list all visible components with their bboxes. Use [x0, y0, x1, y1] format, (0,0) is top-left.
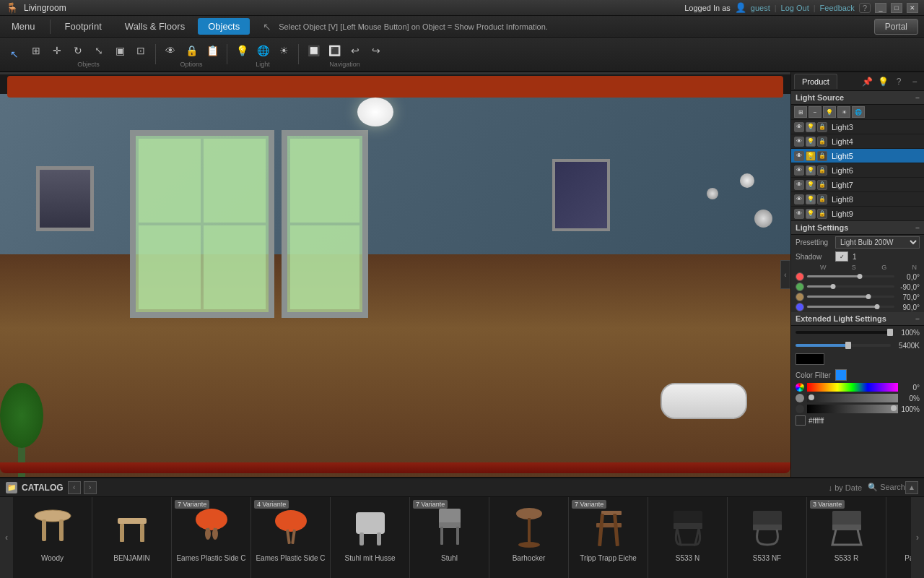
- light-btn2[interactable]: 🌐: [253, 40, 273, 61]
- hint-text: Select Object [V] [Left Mouse Button] on…: [279, 22, 548, 31]
- ls-btn4[interactable]: ☀: [837, 106, 850, 118]
- light-settings-title: Light Settings: [796, 223, 848, 232]
- panel-collapse-icon[interactable]: −: [908, 75, 921, 88]
- win-max[interactable]: □: [891, 3, 902, 13]
- feedback-link[interactable]: Feedback: [820, 4, 855, 12]
- catalog-item-s533-n[interactable]: S533 N: [648, 497, 728, 578]
- obj-move-btn[interactable]: ✛: [47, 40, 67, 61]
- light-settings-header: Light Settings −: [791, 221, 924, 235]
- catalog-fwd-btn[interactable]: ›: [84, 481, 97, 494]
- win-close[interactable]: ✕: [907, 3, 918, 13]
- catalog-item-stuhl-mit-husse[interactable]: Stuhl mit Husse: [331, 497, 410, 578]
- obj-box-btn[interactable]: ▣: [110, 40, 130, 61]
- viewport[interactable]: ‹: [0, 72, 790, 477]
- obj-rotate-btn[interactable]: ↻: [68, 40, 88, 61]
- panel-collapse-arrow[interactable]: ‹: [780, 260, 790, 289]
- light-item-light4[interactable]: 👁 💡 🔒 Light4: [791, 134, 924, 149]
- sphere-light-1: [740, 173, 754, 188]
- cf-hex-checkbox[interactable]: [796, 415, 806, 426]
- shadow-checkbox[interactable]: ✓: [835, 251, 848, 262]
- opt-btn1[interactable]: 👁: [160, 40, 180, 61]
- obj-select-btn[interactable]: ⊞: [26, 40, 46, 61]
- ls-btn3[interactable]: 💡: [823, 106, 836, 118]
- select-cursor-btn[interactable]: ↖: [4, 44, 25, 64]
- portal-button[interactable]: Portal: [874, 19, 918, 35]
- opt-btn2[interactable]: 🔒: [181, 40, 201, 61]
- catalog-scroll-left[interactable]: ‹: [0, 497, 13, 578]
- menu-item-objects[interactable]: Objects: [198, 18, 250, 35]
- catalog-title: CATALOG: [22, 483, 64, 493]
- logout-link[interactable]: Log Out: [781, 4, 809, 12]
- light-item-light6[interactable]: 👁 💡 🔒 Light6: [791, 163, 924, 178]
- shadow-row: Shadow ✓ 1: [791, 250, 924, 263]
- menu-item-menu[interactable]: Menu: [0, 16, 47, 37]
- username[interactable]: guest: [751, 4, 770, 12]
- menu-item-walls-floors[interactable]: Walls & Floors: [113, 16, 196, 37]
- angle-row-3: 90,0°: [791, 302, 924, 312]
- options-label: Options: [180, 61, 202, 68]
- light-item-light8[interactable]: 👁 💡 🔒 Light8: [791, 192, 924, 207]
- nav-btn2[interactable]: 🔳: [324, 40, 344, 61]
- light-item-light5[interactable]: 👁 💡 🔒 Light5: [791, 149, 924, 163]
- main-area: ‹ Product 📌 💡 ? − Light Source − ⊞ − 💡 ☀…: [0, 72, 924, 477]
- obj-scale-btn[interactable]: ⤡: [89, 40, 109, 61]
- cf-black-bar[interactable]: [807, 405, 898, 413]
- angle-row-0: 0,0°: [791, 272, 924, 282]
- titlebar: 🪑 Livingroom Logged In as 👤 guest | Log …: [0, 0, 924, 16]
- panel-help-icon[interactable]: ?: [892, 75, 905, 88]
- nav-btn4[interactable]: ↪: [366, 40, 386, 61]
- search-label[interactable]: 🔍 Search: [868, 483, 905, 492]
- cf-swatch[interactable]: [835, 369, 847, 381]
- cf-rainbow-bar[interactable]: [807, 383, 898, 392]
- catalog-item-stuhl[interactable]: 7 Variante Stuhl: [410, 497, 489, 578]
- menu-item-footprint[interactable]: Footprint: [53, 16, 113, 37]
- panel-tab-product[interactable]: Product: [794, 74, 837, 89]
- light-btn1[interactable]: 💡: [232, 40, 252, 61]
- panel-light-icon[interactable]: 💡: [876, 75, 889, 88]
- catalog-collapse-btn[interactable]: ▲: [905, 481, 918, 494]
- item-thumbnail: [738, 501, 796, 552]
- light-source-title: Light Source: [796, 93, 844, 102]
- svg-rect-15: [359, 532, 364, 545]
- separator: [50, 20, 51, 34]
- win-min[interactable]: _: [875, 3, 886, 13]
- panel-pin-icon[interactable]: 📌: [860, 75, 873, 88]
- angle-row-2: 70,0°: [791, 292, 924, 302]
- opt-btn3[interactable]: 📋: [202, 40, 222, 61]
- catalog-item-s533-nf[interactable]: S533 NF: [728, 497, 807, 578]
- ls-btn1[interactable]: ⊞: [794, 106, 807, 118]
- presetting-select[interactable]: Light Bulb 200W: [835, 236, 920, 249]
- catalog-item-eames-plastic-side-c[interactable]: 7 Variante Eames Plastic Side C: [172, 497, 251, 578]
- catalog-item-woody[interactable]: Woody: [13, 497, 92, 578]
- sort-label[interactable]: ↓ by Date: [829, 483, 862, 492]
- help-link[interactable]: ?: [859, 3, 871, 13]
- nav-btn3[interactable]: ↩: [345, 40, 365, 61]
- ls-btn5[interactable]: 🌐: [852, 106, 865, 118]
- ext-row-0: 100%: [791, 326, 924, 339]
- ls-btn2[interactable]: −: [808, 106, 821, 118]
- catalog-item-barhocker[interactable]: Barhocker: [489, 497, 569, 578]
- obj-all-btn[interactable]: ⊡: [131, 40, 151, 61]
- catalog-item-tripp-trapp-eiche[interactable]: 7 Variante Tripp Trapp Eiche: [569, 497, 648, 578]
- catalog-item-panton-chair[interactable]: Panton Chair: [886, 497, 911, 578]
- svg-rect-24: [601, 511, 622, 515]
- ext-row-1: 5400K: [791, 339, 924, 352]
- catalog-item-benjamin[interactable]: BENJAMIN: [92, 497, 172, 578]
- catalog-header: 📁 CATALOG ‹ › ↓ by Date 🔍 Search ▲: [0, 478, 924, 497]
- catalog-scroll-right[interactable]: ›: [911, 497, 924, 578]
- light-item-light3[interactable]: 👁 💡 🔒 Light3: [791, 120, 924, 134]
- light-settings-collapse-btn[interactable]: −: [915, 224, 920, 232]
- svg-rect-22: [528, 518, 531, 543]
- cf-hex-row: #ffffff: [796, 415, 920, 426]
- cf-gray-bar[interactable]: [807, 394, 898, 402]
- light-source-collapse-btn[interactable]: −: [915, 94, 920, 102]
- light-btn3[interactable]: ☀: [274, 40, 294, 61]
- catalog-back-btn[interactable]: ‹: [68, 481, 81, 494]
- catalog-item-s533-r[interactable]: 3 Variante S533 R: [807, 497, 886, 578]
- catalog-item-eames-plastic-side-c[interactable]: 4 Variante Eames Plastic Side C: [251, 497, 331, 578]
- light-item-light9[interactable]: 👁 💡 🔒 Light9: [791, 207, 924, 221]
- light-item-light7[interactable]: 👁 💡 🔒 Light7: [791, 178, 924, 192]
- svg-rect-3: [118, 518, 147, 524]
- ext-settings-collapse-btn[interactable]: −: [915, 315, 920, 323]
- nav-btn1[interactable]: 🔲: [303, 40, 323, 61]
